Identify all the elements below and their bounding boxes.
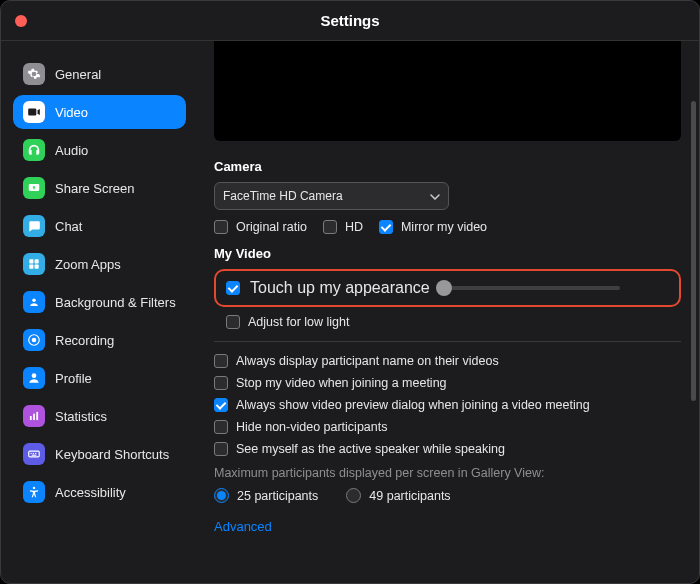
camera-select[interactable]: FaceTime HD Camera bbox=[214, 182, 449, 210]
sidebar-item-share-screen[interactable]: Share Screen bbox=[13, 171, 186, 205]
sidebar-item-label: Video bbox=[55, 105, 88, 120]
original-ratio-option[interactable]: Original ratio bbox=[214, 220, 307, 234]
chat-icon bbox=[23, 215, 45, 237]
hd-option[interactable]: HD bbox=[323, 220, 363, 234]
my-video-section-label: My Video bbox=[214, 246, 681, 261]
svg-point-7 bbox=[32, 338, 37, 343]
statistics-icon bbox=[23, 405, 45, 427]
touch-up-checkbox[interactable] bbox=[226, 281, 240, 295]
sidebar-item-background-filters[interactable]: Background & Filters bbox=[13, 285, 186, 319]
touch-up-slider[interactable] bbox=[440, 286, 620, 290]
apps-icon bbox=[23, 253, 45, 275]
svg-point-8 bbox=[32, 373, 37, 378]
svg-rect-15 bbox=[35, 453, 36, 454]
sidebar-item-keyboard-shortcuts[interactable]: Keyboard Shortcuts bbox=[13, 437, 186, 471]
svg-rect-13 bbox=[31, 453, 32, 454]
hide-nonvideo-checkbox[interactable] bbox=[214, 420, 228, 434]
divider bbox=[214, 341, 681, 342]
touch-up-highlight: Touch up my appearance bbox=[214, 269, 681, 307]
sidebar-item-label: Profile bbox=[55, 371, 92, 386]
sidebar-item-zoom-apps[interactable]: Zoom Apps bbox=[13, 247, 186, 281]
stop-on-join-option[interactable]: Stop my video when joining a meeting bbox=[214, 376, 681, 390]
sidebar-item-label: Accessibility bbox=[55, 485, 126, 500]
scrollbar-thumb[interactable] bbox=[691, 101, 696, 401]
see-self-active-checkbox[interactable] bbox=[214, 442, 228, 456]
hd-label: HD bbox=[345, 220, 363, 234]
low-light-option[interactable]: Adjust for low light bbox=[226, 315, 681, 329]
sidebar-item-profile[interactable]: Profile bbox=[13, 361, 186, 395]
sidebar-item-label: General bbox=[55, 67, 101, 82]
mirror-video-checkbox[interactable] bbox=[379, 220, 393, 234]
sidebar-item-accessibility[interactable]: Accessibility bbox=[13, 475, 186, 509]
svg-rect-3 bbox=[29, 265, 33, 269]
settings-window: Settings GeneralVideoAudioShare ScreenCh… bbox=[0, 0, 700, 584]
svg-rect-14 bbox=[33, 453, 34, 454]
svg-rect-4 bbox=[35, 265, 39, 269]
low-light-checkbox[interactable] bbox=[226, 315, 240, 329]
video-preview bbox=[214, 41, 681, 141]
svg-rect-10 bbox=[33, 414, 35, 420]
sidebar-item-chat[interactable]: Chat bbox=[13, 209, 186, 243]
svg-rect-9 bbox=[30, 416, 32, 420]
stop-on-join-checkbox[interactable] bbox=[214, 376, 228, 390]
display-name-label: Always display participant name on their… bbox=[236, 354, 499, 368]
sidebar: GeneralVideoAudioShare ScreenChatZoom Ap… bbox=[1, 41, 196, 583]
camera-section-label: Camera bbox=[214, 159, 681, 174]
sidebar-item-label: Zoom Apps bbox=[55, 257, 121, 272]
sidebar-item-label: Chat bbox=[55, 219, 82, 234]
gallery-25-option[interactable]: 25 participants bbox=[214, 488, 318, 503]
preview-dialog-option[interactable]: Always show video preview dialog when jo… bbox=[214, 398, 681, 412]
see-self-active-label: See myself as the active speaker while s… bbox=[236, 442, 505, 456]
svg-rect-11 bbox=[36, 412, 38, 420]
settings-content: Camera FaceTime HD Camera Original ratio… bbox=[196, 41, 699, 583]
sidebar-item-label: Audio bbox=[55, 143, 88, 158]
display-name-checkbox[interactable] bbox=[214, 354, 228, 368]
stop-on-join-label: Stop my video when joining a meeting bbox=[236, 376, 447, 390]
svg-point-17 bbox=[33, 487, 35, 489]
keyboard-icon bbox=[23, 443, 45, 465]
display-name-option[interactable]: Always display participant name on their… bbox=[214, 354, 681, 368]
original-ratio-checkbox[interactable] bbox=[214, 220, 228, 234]
touch-up-label: Touch up my appearance bbox=[250, 279, 430, 297]
chevron-down-icon bbox=[430, 189, 440, 203]
preview-dialog-checkbox[interactable] bbox=[214, 398, 228, 412]
share-screen-icon bbox=[23, 177, 45, 199]
sidebar-item-video[interactable]: Video bbox=[13, 95, 186, 129]
headphones-icon bbox=[23, 139, 45, 161]
window-title: Settings bbox=[320, 12, 379, 29]
original-ratio-label: Original ratio bbox=[236, 220, 307, 234]
gear-icon bbox=[23, 63, 45, 85]
svg-rect-16 bbox=[32, 455, 37, 456]
sidebar-item-statistics[interactable]: Statistics bbox=[13, 399, 186, 433]
recording-icon bbox=[23, 329, 45, 351]
accessibility-icon bbox=[23, 481, 45, 503]
sidebar-item-recording[interactable]: Recording bbox=[13, 323, 186, 357]
sidebar-item-general[interactable]: General bbox=[13, 57, 186, 91]
sidebar-item-label: Share Screen bbox=[55, 181, 135, 196]
gallery-49-option[interactable]: 49 participants bbox=[346, 488, 450, 503]
svg-rect-2 bbox=[35, 259, 39, 263]
hd-checkbox[interactable] bbox=[323, 220, 337, 234]
gallery-49-radio[interactable] bbox=[346, 488, 361, 503]
sidebar-item-label: Background & Filters bbox=[55, 295, 176, 310]
video-icon bbox=[23, 101, 45, 123]
titlebar: Settings bbox=[1, 1, 699, 41]
mirror-video-option[interactable]: Mirror my video bbox=[379, 220, 487, 234]
gallery-25-label: 25 participants bbox=[237, 489, 318, 503]
camera-select-value: FaceTime HD Camera bbox=[223, 189, 343, 203]
gallery-25-radio[interactable] bbox=[214, 488, 229, 503]
mirror-video-label: Mirror my video bbox=[401, 220, 487, 234]
close-icon[interactable] bbox=[15, 15, 27, 27]
low-light-label: Adjust for low light bbox=[248, 315, 349, 329]
svg-rect-1 bbox=[29, 259, 33, 263]
sidebar-item-label: Keyboard Shortcuts bbox=[55, 447, 169, 462]
sidebar-item-label: Statistics bbox=[55, 409, 107, 424]
background-icon bbox=[23, 291, 45, 313]
sidebar-item-audio[interactable]: Audio bbox=[13, 133, 186, 167]
gallery-caption: Maximum participants displayed per scree… bbox=[214, 466, 681, 480]
hide-nonvideo-option[interactable]: Hide non-video participants bbox=[214, 420, 681, 434]
advanced-link[interactable]: Advanced bbox=[214, 519, 272, 534]
see-self-active-option[interactable]: See myself as the active speaker while s… bbox=[214, 442, 681, 456]
touch-up-slider-thumb[interactable] bbox=[436, 280, 452, 296]
profile-icon bbox=[23, 367, 45, 389]
